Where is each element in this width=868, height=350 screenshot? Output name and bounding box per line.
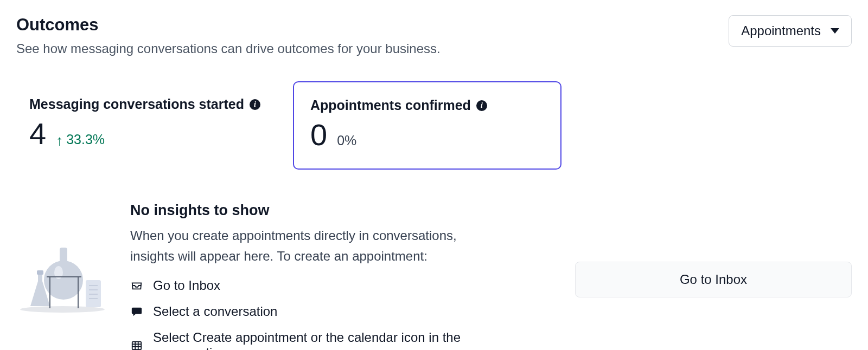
svg-rect-13 (132, 341, 142, 349)
empty-state-illustration (16, 202, 108, 314)
svg-rect-1 (60, 248, 67, 263)
insights-empty-title: No insights to show (130, 202, 480, 219)
info-icon[interactable]: i (476, 100, 487, 111)
dropdown-selected-label: Appointments (741, 23, 821, 38)
page-title: Outcomes (16, 15, 441, 35)
page-subtitle: See how messaging conversations can driv… (16, 40, 441, 57)
chat-icon (130, 305, 143, 318)
chevron-down-icon (831, 28, 839, 34)
metric-value: 4 (29, 119, 46, 149)
metric-secondary-value: 0% (337, 133, 356, 148)
step-label: Go to Inbox (153, 278, 220, 293)
inbox-icon (130, 279, 143, 292)
go-to-inbox-button[interactable]: Go to Inbox (575, 262, 852, 297)
metric-change-value: 33.3% (66, 132, 105, 147)
step-item: Go to Inbox (130, 278, 480, 293)
svg-rect-5 (86, 280, 101, 307)
info-icon[interactable]: i (250, 99, 260, 110)
step-label: Select a conversation (153, 304, 277, 319)
metric-value: 0 (310, 120, 327, 150)
outcome-type-dropdown[interactable]: Appointments (729, 15, 852, 47)
metric-label: Appointments confirmed (310, 98, 471, 113)
arrow-up-icon: ↑ (56, 133, 63, 147)
step-item: Select a conversation (130, 304, 480, 319)
step-item: Select Create appointment or the calenda… (130, 330, 480, 350)
metric-change: ↑ 33.3% (56, 132, 105, 147)
metric-appointments-confirmed[interactable]: Appointments confirmed i 0 0% (293, 81, 561, 170)
svg-rect-4 (37, 270, 43, 275)
metric-label: Messaging conversations started (29, 96, 244, 112)
insights-empty-description: When you create appointments directly in… (130, 225, 480, 265)
step-label: Select Create appointment or the calenda… (153, 330, 480, 350)
calendar-icon (130, 339, 143, 350)
metric-conversations-started[interactable]: Messaging conversations started i 4 ↑ 33… (16, 81, 277, 170)
